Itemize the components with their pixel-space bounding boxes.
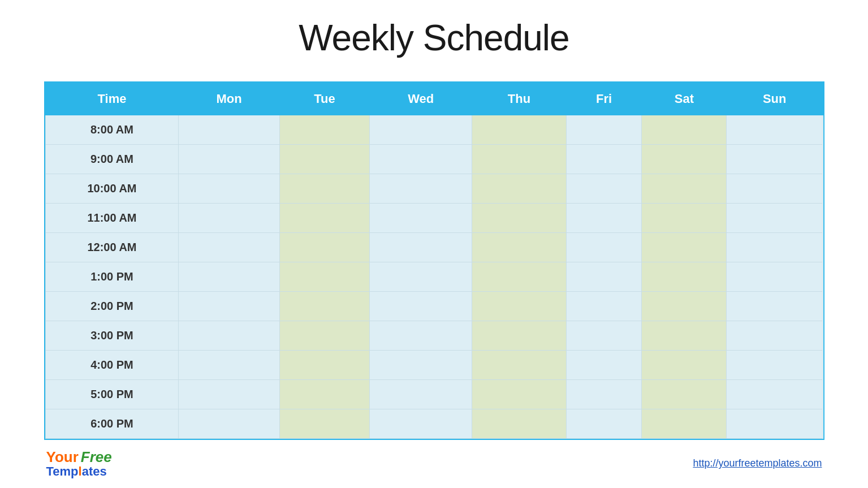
day-cell-sat (642, 350, 727, 379)
header-col-time: Time (46, 83, 179, 115)
table-row: 8:00 AM (46, 115, 823, 144)
day-cell-thu (472, 262, 566, 291)
time-cell: 9:00 AM (46, 144, 179, 174)
day-cell-sun (727, 291, 823, 321)
footer-link[interactable]: http://yourfreetemplates.com (693, 457, 822, 469)
day-cell-fri (566, 291, 642, 321)
day-cell-fri (566, 203, 642, 232)
day-cell-sun (727, 203, 823, 232)
day-cell-sun (727, 115, 823, 144)
schedule-table: TimeMonTueWedThuFriSatSun 8:00 AM9:00 AM… (45, 83, 823, 439)
table-row: 4:00 PM (46, 350, 823, 379)
day-cell-sun (727, 379, 823, 409)
day-cell-wed (369, 321, 472, 350)
day-cell-sat (642, 174, 727, 203)
day-cell-sun (727, 232, 823, 262)
day-cell-sun (727, 144, 823, 174)
day-cell-thu (472, 379, 566, 409)
day-cell-mon (178, 291, 279, 321)
day-cell-thu (472, 115, 566, 144)
day-cell-thu (472, 203, 566, 232)
day-cell-wed (369, 144, 472, 174)
time-cell: 8:00 AM (46, 115, 179, 144)
day-cell-wed (369, 115, 472, 144)
logo: Your Free Templates (46, 449, 112, 479)
day-cell-tue (280, 203, 370, 232)
day-cell-tue (280, 379, 370, 409)
day-cell-wed (369, 203, 472, 232)
day-cell-sat (642, 291, 727, 321)
logo-your-text: Your (46, 449, 79, 465)
day-cell-tue (280, 232, 370, 262)
day-cell-thu (472, 144, 566, 174)
day-cell-thu (472, 321, 566, 350)
time-cell: 10:00 AM (46, 174, 179, 203)
day-cell-sat (642, 262, 727, 291)
header-col-mon: Mon (178, 83, 279, 115)
table-row: 12:00 AM (46, 232, 823, 262)
day-cell-tue (280, 144, 370, 174)
day-cell-fri (566, 321, 642, 350)
day-cell-wed (369, 232, 472, 262)
day-cell-sun (727, 174, 823, 203)
day-cell-wed (369, 350, 472, 379)
day-cell-sun (727, 262, 823, 291)
footer: Your Free Templates http://yourfreetempl… (44, 449, 824, 479)
table-row: 11:00 AM (46, 203, 823, 232)
time-cell: 5:00 PM (46, 379, 179, 409)
day-cell-mon (178, 262, 279, 291)
day-cell-tue (280, 291, 370, 321)
day-cell-fri (566, 409, 642, 438)
day-cell-mon (178, 232, 279, 262)
header-col-fri: Fri (566, 83, 642, 115)
day-cell-fri (566, 115, 642, 144)
table-row: 6:00 PM (46, 409, 823, 438)
time-cell: 3:00 PM (46, 321, 179, 350)
day-cell-wed (369, 174, 472, 203)
day-cell-mon (178, 321, 279, 350)
header-col-sat: Sat (642, 83, 727, 115)
table-header: TimeMonTueWedThuFriSatSun (46, 83, 823, 115)
table-row: 3:00 PM (46, 321, 823, 350)
day-cell-sat (642, 115, 727, 144)
table-row: 1:00 PM (46, 262, 823, 291)
day-cell-sat (642, 321, 727, 350)
day-cell-sat (642, 379, 727, 409)
day-cell-mon (178, 409, 279, 438)
time-cell: 4:00 PM (46, 350, 179, 379)
day-cell-fri (566, 144, 642, 174)
table-row: 10:00 AM (46, 174, 823, 203)
day-cell-tue (280, 115, 370, 144)
day-cell-tue (280, 350, 370, 379)
day-cell-mon (178, 379, 279, 409)
day-cell-tue (280, 174, 370, 203)
logo-templates-text: Templates (46, 464, 107, 478)
day-cell-wed (369, 291, 472, 321)
table-row: 5:00 PM (46, 379, 823, 409)
header-col-sun: Sun (727, 83, 823, 115)
day-cell-fri (566, 174, 642, 203)
day-cell-tue (280, 409, 370, 438)
day-cell-mon (178, 144, 279, 174)
page-title: Weekly Schedule (299, 17, 569, 59)
header-col-thu: Thu (472, 83, 566, 115)
time-cell: 11:00 AM (46, 203, 179, 232)
time-cell: 2:00 PM (46, 291, 179, 321)
time-cell: 12:00 AM (46, 232, 179, 262)
day-cell-thu (472, 291, 566, 321)
day-cell-wed (369, 409, 472, 438)
table-row: 2:00 PM (46, 291, 823, 321)
day-cell-fri (566, 232, 642, 262)
time-cell: 6:00 PM (46, 409, 179, 438)
schedule-table-container: TimeMonTueWedThuFriSatSun 8:00 AM9:00 AM… (44, 81, 824, 440)
day-cell-fri (566, 379, 642, 409)
day-cell-thu (472, 350, 566, 379)
day-cell-mon (178, 350, 279, 379)
day-cell-tue (280, 262, 370, 291)
day-cell-thu (472, 409, 566, 438)
day-cell-sat (642, 232, 727, 262)
day-cell-sun (727, 409, 823, 438)
day-cell-thu (472, 232, 566, 262)
day-cell-wed (369, 262, 472, 291)
day-cell-sun (727, 321, 823, 350)
